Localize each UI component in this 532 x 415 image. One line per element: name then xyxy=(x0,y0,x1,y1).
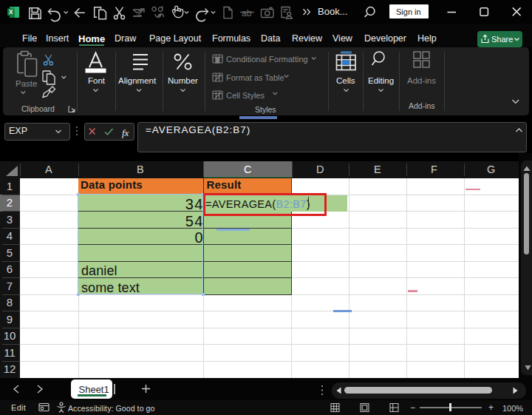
svg-text:fx: fx xyxy=(122,127,129,138)
